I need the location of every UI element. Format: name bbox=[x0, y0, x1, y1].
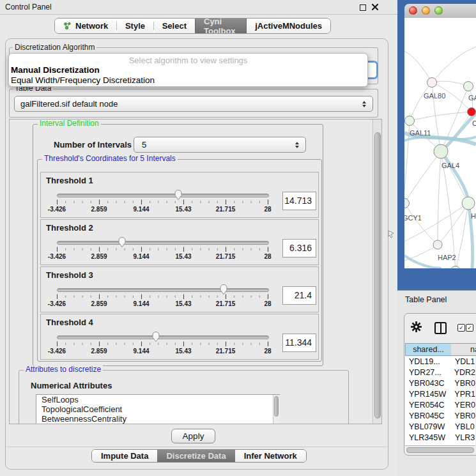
attributes-list-scrollbar[interactable] bbox=[273, 395, 280, 424]
attribute-list-item[interactable]: TopologicalCoefficient bbox=[36, 404, 279, 414]
tab-infer-network[interactable]: Infer Network bbox=[235, 450, 306, 462]
threshold-value-field[interactable]: 14.713 bbox=[282, 192, 316, 210]
node-label: GA bbox=[468, 94, 476, 102]
network-node[interactable] bbox=[427, 78, 437, 88]
tick-label: 2.859 bbox=[91, 253, 107, 260]
threshold-label: Threshold 4 bbox=[46, 318, 93, 327]
threshold-box-2: Threshold 2-3.4262.8599.14415.4321.71528… bbox=[40, 219, 319, 265]
dropdown-option[interactable]: Equal Width/Frequency Discretization bbox=[9, 75, 367, 86]
table-header-name[interactable]: na bbox=[451, 343, 476, 356]
table-row[interactable]: YDL19...YDL1 bbox=[405, 357, 475, 367]
tab-label: Cyni Toolbox bbox=[204, 18, 238, 34]
network-node[interactable] bbox=[433, 240, 442, 249]
table-row[interactable]: YBL079WYBL0 bbox=[405, 422, 475, 433]
tab-network[interactable]: Network bbox=[55, 19, 116, 33]
slider-thumb[interactable] bbox=[151, 331, 160, 342]
table-data-combobox-value: galFiltered.sif default node bbox=[15, 99, 361, 109]
zoom-traffic-light[interactable] bbox=[434, 6, 443, 15]
network-node[interactable] bbox=[434, 144, 448, 158]
tick-label: 2.859 bbox=[91, 300, 107, 307]
attribute-list-item[interactable]: BetweennessCentrality bbox=[36, 414, 279, 424]
tab-jactivemnodules[interactable]: jActiveMNodules bbox=[247, 19, 330, 33]
node-label: C bbox=[472, 119, 476, 127]
table-row[interactable]: YDR27...YDR2 bbox=[405, 367, 475, 378]
control-panel-titlebar: Control Panel bbox=[0, 0, 397, 15]
network-icon bbox=[63, 22, 72, 30]
close-icon[interactable] bbox=[371, 3, 379, 11]
tick-label: 15.43 bbox=[175, 206, 191, 213]
slider-ticks bbox=[57, 341, 269, 347]
tick-label: 15.43 bbox=[175, 253, 191, 260]
table-row[interactable]: YBR043CYBR0 bbox=[405, 378, 475, 389]
tab-label: jActiveMNodules bbox=[255, 21, 322, 31]
checkbox-icon[interactable]: ✓ bbox=[466, 324, 473, 332]
table-data-combobox[interactable]: galFiltered.sif default node bbox=[14, 96, 373, 112]
gear-icon[interactable] bbox=[410, 321, 422, 333]
minimize-traffic-light[interactable] bbox=[422, 6, 430, 15]
apply-button[interactable]: Apply bbox=[171, 429, 215, 443]
slider-track[interactable] bbox=[57, 194, 269, 197]
cell-shared-name: YBR043C bbox=[405, 378, 451, 389]
table-row[interactable]: YLR345WYLR3 bbox=[405, 433, 475, 443]
slider-thumb[interactable] bbox=[219, 284, 228, 295]
tick-label: 9.144 bbox=[133, 206, 149, 213]
network-node[interactable] bbox=[464, 82, 473, 91]
cell-name: YBL0 bbox=[452, 422, 475, 433]
attribute-list-item[interactable]: SelfLoops bbox=[36, 395, 279, 404]
attributes-list-scrollbar-thumb[interactable] bbox=[274, 396, 279, 417]
numerical-attributes-list[interactable]: SelfLoopsTopologicalCoefficientBetweenne… bbox=[36, 394, 280, 424]
tab-discretize-data[interactable]: Discretize Data bbox=[157, 450, 234, 462]
close-traffic-light[interactable] bbox=[409, 6, 417, 15]
number-of-intervals-value: 5 bbox=[134, 140, 294, 150]
threshold-label: Threshold 2 bbox=[46, 223, 93, 233]
dropdown-option[interactable]: Manual Discretization bbox=[9, 65, 367, 75]
mouse-cursor bbox=[388, 231, 394, 238]
tab-cyni-toolbox[interactable]: Cyni Toolbox bbox=[195, 19, 247, 33]
checkbox-icon[interactable]: ✓ bbox=[457, 324, 465, 332]
table-panel-title: Table Panel bbox=[405, 295, 447, 304]
network-node[interactable] bbox=[468, 108, 476, 116]
float-window-icon[interactable] bbox=[360, 4, 366, 11]
slider-thumb[interactable] bbox=[118, 236, 127, 248]
cell-shared-name: YPR145W bbox=[405, 389, 451, 400]
tab-style[interactable]: Style bbox=[117, 19, 153, 33]
table-row[interactable]: YBR045CYBR0 bbox=[405, 411, 475, 422]
numerical-attributes-header: Numerical Attributes bbox=[31, 381, 112, 390]
number-of-intervals-combobox[interactable]: 5 bbox=[134, 137, 306, 153]
slider-track[interactable] bbox=[57, 241, 269, 245]
threshold-value-field[interactable]: 11.344 bbox=[282, 334, 316, 352]
slider-track[interactable] bbox=[57, 288, 269, 292]
threshold-value-field[interactable]: 21.4 bbox=[282, 286, 316, 305]
settings-scrollpane: Interval Definition Number of Intervals … bbox=[9, 119, 382, 424]
table-row[interactable]: YER054CYER0 bbox=[405, 400, 475, 411]
settings-scrollbar-thumb[interactable] bbox=[374, 132, 381, 418]
slider-track[interactable] bbox=[57, 335, 269, 339]
settings-scrollbar[interactable] bbox=[372, 119, 382, 424]
table-horizontal-scrollbar[interactable] bbox=[405, 445, 475, 453]
tab-impute-data[interactable]: Impute Data bbox=[92, 450, 157, 462]
tick-label: 21.715 bbox=[216, 348, 236, 355]
network-node[interactable] bbox=[462, 197, 475, 210]
algorithm-dropdown-list: Select algorithm to view settings Manual… bbox=[8, 53, 368, 87]
network-node[interactable] bbox=[451, 266, 461, 269]
slider-thumb[interactable] bbox=[174, 189, 183, 201]
tick-label: 21.715 bbox=[216, 253, 236, 260]
column-split-icon[interactable] bbox=[434, 322, 447, 334]
network-node[interactable] bbox=[404, 199, 410, 208]
dropdown-hint: Select algorithm to view settings bbox=[9, 56, 367, 65]
combo-arrows-icon bbox=[294, 142, 300, 148]
discretization-algorithm-title: Discretization Algorithm bbox=[13, 43, 96, 52]
tick-label: 2.859 bbox=[91, 348, 107, 355]
tab-select[interactable]: Select bbox=[154, 19, 195, 33]
threshold-label: Threshold 3 bbox=[46, 270, 93, 280]
table-horizontal-scrollbar-thumb[interactable] bbox=[406, 447, 474, 453]
threshold-box-4: Threshold 4-3.4262.8599.14415.4321.71528… bbox=[40, 314, 319, 360]
cell-name: YDL1 bbox=[452, 357, 475, 367]
table-header-shared[interactable]: shared... bbox=[405, 343, 452, 356]
tab-label: Style bbox=[125, 21, 145, 31]
network-node[interactable] bbox=[405, 116, 415, 126]
threshold-value-field[interactable]: 6.316 bbox=[282, 239, 316, 257]
tick-label: 28 bbox=[264, 348, 271, 355]
table-row[interactable]: YPR145WYPR1 bbox=[405, 389, 475, 400]
network-view-canvas[interactable]: GAL80GACGAL11GAL4GCY1HHAP2 bbox=[404, 18, 476, 268]
